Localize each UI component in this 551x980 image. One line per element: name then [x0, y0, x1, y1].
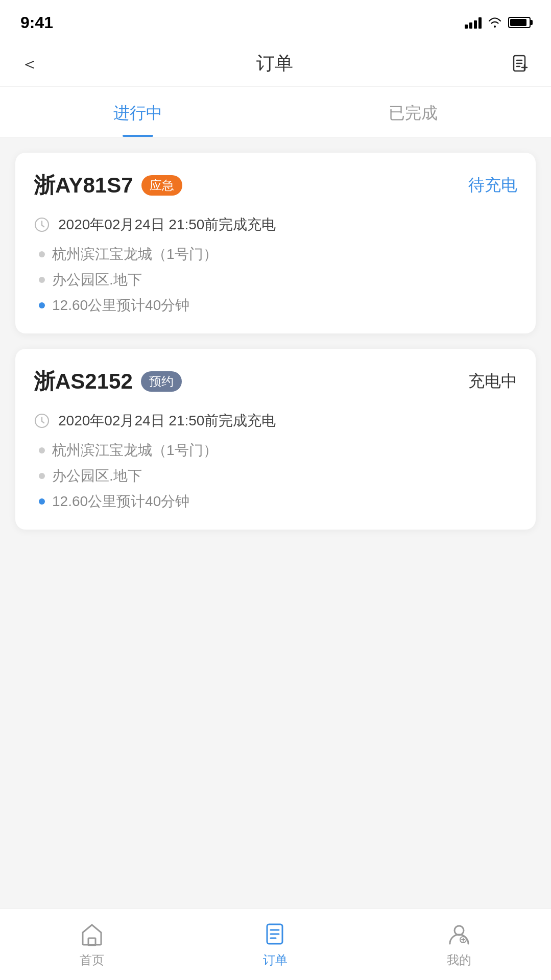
- tab-active[interactable]: 进行中: [0, 87, 276, 137]
- order-icon: [262, 921, 289, 948]
- tabs: 进行中 已完成: [0, 87, 551, 137]
- badge-emergency-1: 应急: [141, 175, 182, 196]
- wifi-icon: [488, 16, 502, 29]
- plate-number-2: 浙AS2152: [34, 367, 133, 396]
- nav-home[interactable]: 首页: [79, 921, 105, 968]
- nav-mine-label: 我的: [447, 952, 471, 968]
- page-title: 订单: [256, 51, 293, 76]
- clock-icon-1: [34, 217, 50, 233]
- card-header-1: 浙AY81S7 应急 待充电: [34, 171, 517, 200]
- card-header-2: 浙AS2152 预约 充电中: [34, 367, 517, 396]
- dot-icon-1-2: [39, 302, 45, 308]
- clock-icon-2: [34, 413, 50, 429]
- detail-item-2-2: 12.60公里预计40分钟: [39, 492, 517, 511]
- nav-mine[interactable]: 我的: [446, 921, 472, 968]
- user-icon: [446, 921, 472, 948]
- nav-order-label: 订单: [263, 952, 288, 968]
- time-row-1: 2020年02月24日 21:50前完成充电: [34, 215, 517, 234]
- status-bar: 9:41: [0, 0, 551, 41]
- time-text-1: 2020年02月24日 21:50前完成充电: [58, 215, 276, 234]
- time-row-2: 2020年02月24日 21:50前完成充电: [34, 411, 517, 431]
- order-card-1[interactable]: 浙AY81S7 应急 待充电 2020年02月24日 21:50前完成充电 杭州…: [15, 153, 536, 333]
- header: ＜ 订单: [0, 41, 551, 87]
- status-icons: [465, 16, 531, 29]
- plate-number-1: 浙AY81S7: [34, 171, 133, 200]
- signal-icon: [465, 16, 482, 29]
- detail-item-2-1: 办公园区.地下: [39, 466, 517, 486]
- order-card-2[interactable]: 浙AS2152 预约 充电中 2020年02月24日 21:50前完成充电 杭州…: [15, 349, 536, 530]
- dot-icon-2-1: [39, 473, 45, 479]
- svg-point-5: [454, 926, 464, 935]
- dot-icon-1-0: [39, 251, 45, 257]
- dot-icon-1-1: [39, 277, 45, 283]
- dot-icon-2-0: [39, 447, 45, 453]
- detail-item-1-1: 办公园区.地下: [39, 270, 517, 290]
- detail-item-1-2: 12.60公里预计40分钟: [39, 296, 517, 315]
- back-button[interactable]: ＜: [20, 55, 39, 73]
- plate-area-2: 浙AS2152 预约: [34, 367, 182, 396]
- badge-reservation-2: 预约: [141, 371, 182, 392]
- time-text-2: 2020年02月24日 21:50前完成充电: [58, 411, 276, 431]
- dot-icon-2-2: [39, 498, 45, 505]
- battery-icon: [508, 17, 531, 28]
- document-icon[interactable]: [510, 54, 531, 74]
- nav-order[interactable]: 订单: [262, 921, 289, 968]
- order-status-2: 充电中: [468, 370, 517, 393]
- detail-item-1-0: 杭州滨江宝龙城（1号门）: [39, 245, 517, 264]
- tab-done[interactable]: 已完成: [276, 87, 552, 137]
- order-list: 浙AY81S7 应急 待充电 2020年02月24日 21:50前完成充电 杭州…: [0, 137, 551, 545]
- order-status-1: 待充电: [468, 174, 517, 197]
- detail-list-2: 杭州滨江宝龙城（1号门） 办公园区.地下 12.60公里预计40分钟: [34, 441, 517, 511]
- nav-home-label: 首页: [80, 952, 104, 968]
- plate-area-1: 浙AY81S7 应急: [34, 171, 182, 200]
- home-icon: [79, 921, 105, 948]
- detail-list-1: 杭州滨江宝龙城（1号门） 办公园区.地下 12.60公里预计40分钟: [34, 245, 517, 315]
- bottom-nav: 首页 订单 我的: [0, 909, 551, 980]
- detail-item-2-0: 杭州滨江宝龙城（1号门）: [39, 441, 517, 460]
- status-time: 9:41: [20, 13, 53, 32]
